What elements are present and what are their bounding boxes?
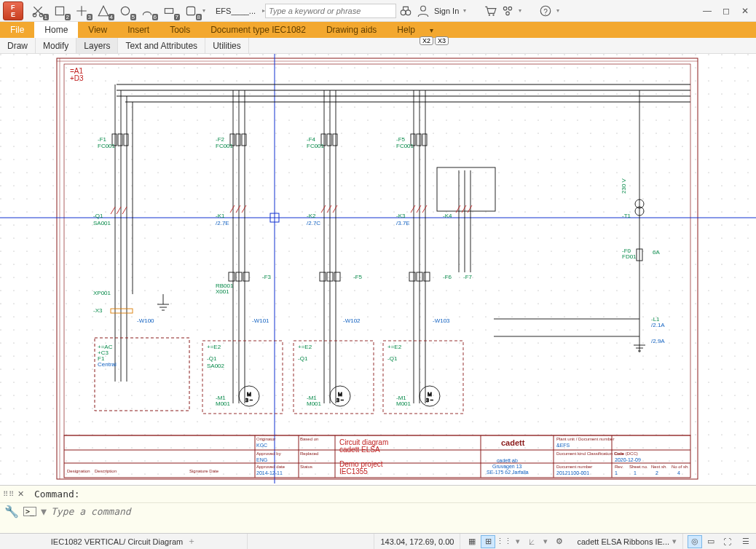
panel-layers[interactable]: Layers — [76, 38, 118, 53]
sign-in-link[interactable]: Sign In — [434, 7, 459, 15]
svg-text:3 ~: 3 ~ — [426, 398, 433, 403]
svg-rect-5 — [165, 8, 173, 13]
status-layout-icon[interactable]: ▭ — [704, 535, 718, 548]
command-history-line: Command: — [27, 487, 753, 501]
svg-point-12 — [504, 7, 508, 10]
svg-rect-18 — [0, 54, 756, 483]
drawing-svg: M3 ~ M3 ~ M3 ~ — [0, 54, 756, 483]
status-dots-icon[interactable]: ⋮⋮ — [497, 535, 511, 548]
svg-text:M: M — [338, 392, 342, 397]
status-bar: IEC1082 VERTICAL/ Circuit Diagram ＋ 143.… — [0, 533, 756, 549]
status-target-icon[interactable]: ◎ — [688, 535, 702, 548]
qa-7[interactable]: 7 — [159, 2, 179, 20]
app-menu-button[interactable]: FE — [3, 1, 23, 20]
grip-icon[interactable]: ⠿⠿ — [3, 490, 15, 498]
prompt-icon: >_ — [23, 507, 36, 516]
svg-rect-6 — [186, 7, 194, 15]
apps-icon[interactable] — [501, 4, 514, 17]
panel-modify[interactable]: Modify — [36, 38, 76, 53]
svg-point-8 — [406, 9, 411, 15]
svg-point-9 — [421, 6, 426, 11]
close-button[interactable]: ✕ — [737, 4, 753, 17]
tab-help[interactable]: Help — [387, 22, 425, 38]
pill-x2[interactable]: X2 — [420, 36, 433, 45]
tab-tools[interactable]: Tools — [160, 22, 200, 38]
command-close-button[interactable]: ✕ — [17, 489, 24, 499]
qa-cut[interactable]: 1 — [28, 2, 48, 20]
wrench-icon[interactable]: 🔧 — [4, 505, 19, 518]
tab-drawing-aids[interactable]: Drawing aids — [316, 22, 387, 38]
tab-doctype[interactable]: Document type IEC1082 — [200, 22, 316, 38]
command-panel: ⠿⠿ ✕ Command: 🔧 >_ ▾ — [0, 485, 756, 533]
status-snap-icon[interactable]: ⊞ — [481, 535, 495, 548]
drawing-canvas[interactable]: M3 ~ M3 ~ M3 ~ — [0, 54, 756, 485]
tab-file[interactable]: File — [0, 22, 34, 38]
qa-4[interactable]: 4 — [93, 2, 114, 20]
status-coords: 143.04, 172.69, 0.00 — [380, 537, 454, 546]
panel-text-attributes[interactable]: Text and Attributes — [118, 38, 205, 53]
svg-rect-2 — [55, 7, 63, 15]
aux-pill-row: X2 X3 — [420, 36, 449, 45]
status-grid-icon[interactable]: ▦ — [465, 535, 479, 548]
svg-text:3 ~: 3 ~ — [245, 398, 253, 403]
status-tray-icon[interactable]: ☰ — [739, 535, 753, 548]
titlebar: FE 1 2 3 4 5 6 7 8 ▾ EFS____... ▸ Sign I… — [0, 0, 756, 22]
maximize-button[interactable]: ◻ — [718, 4, 734, 17]
user-icon[interactable] — [417, 4, 430, 17]
cart-icon[interactable] — [484, 4, 497, 17]
qa-8[interactable]: 8 — [181, 2, 201, 20]
ribbon-overflow-icon[interactable]: ▾ — [430, 26, 433, 34]
svg-point-11 — [493, 14, 495, 15]
status-doc-plus-icon[interactable]: ＋ — [187, 535, 196, 548]
svg-point-14 — [506, 12, 510, 15]
help-search-input[interactable] — [265, 4, 396, 18]
binoculars-icon[interactable] — [399, 4, 412, 17]
status-expand-icon[interactable]: ⛶ — [720, 535, 734, 548]
status-document: IEC1082 VERTICAL/ Circuit Diagram — [51, 537, 183, 546]
svg-point-4 — [121, 7, 129, 15]
document-name: EFS____... — [211, 7, 262, 15]
qa-5[interactable]: 5 — [115, 2, 135, 20]
tab-view[interactable]: View — [78, 22, 117, 38]
tab-insert[interactable]: Insert — [117, 22, 160, 38]
status-gear-icon[interactable]: ⚙ — [552, 535, 567, 548]
svg-point-7 — [401, 9, 406, 15]
svg-point-13 — [508, 7, 512, 10]
svg-text:?: ? — [543, 7, 548, 15]
svg-point-10 — [489, 14, 490, 15]
qa-3[interactable]: 3 — [71, 2, 92, 20]
svg-marker-3 — [98, 6, 109, 16]
ribbon-tabs: File Home View Insert Tools Document typ… — [0, 22, 756, 38]
qa-2[interactable]: 2 — [50, 2, 70, 20]
command-input[interactable] — [51, 506, 752, 517]
tab-home[interactable]: Home — [34, 22, 78, 38]
status-ribbons[interactable]: cadett ELSA Ribbons IE... — [577, 537, 669, 546]
svg-text:M: M — [247, 392, 251, 397]
ribbon-panel-tabs: Draw Modify Layers Text and Attributes U… — [0, 38, 756, 54]
help-icon[interactable]: ? — [539, 4, 552, 17]
svg-text:M: M — [428, 392, 432, 397]
pill-x3[interactable]: X3 — [435, 36, 449, 45]
panel-utilities[interactable]: Utilities — [205, 38, 249, 53]
qa-6[interactable]: 6 — [137, 2, 157, 20]
minimize-button[interactable]: — — [699, 4, 715, 17]
svg-text:3 ~: 3 ~ — [336, 398, 344, 403]
panel-draw[interactable]: Draw — [0, 38, 36, 53]
status-angle-icon[interactable]: ⟀ — [524, 535, 539, 548]
